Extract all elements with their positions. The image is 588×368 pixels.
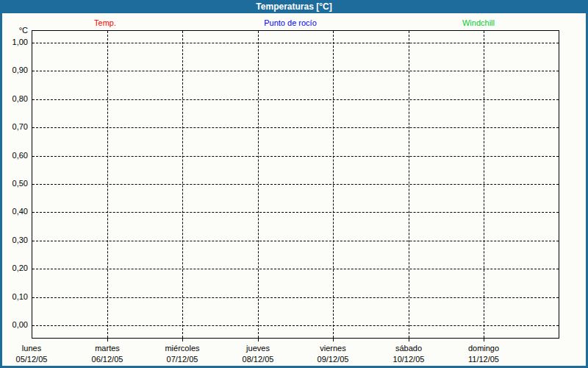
- x-day-label: martes06/12/05: [70, 343, 145, 365]
- gridline-horizontal: [32, 269, 559, 269]
- chart-title: Temperaturas [°C]: [256, 1, 331, 12]
- x-day-label: miércoles07/12/05: [145, 343, 220, 365]
- x-axis-tick: [484, 337, 484, 342]
- y-tick-label: 0,70: [0, 122, 28, 132]
- x-day-date: 08/12/05: [220, 354, 295, 365]
- x-axis-tick: [107, 337, 108, 342]
- x-day-label: domingo11/12/05: [446, 343, 521, 365]
- x-day-name: sábado: [371, 343, 446, 354]
- x-day-name: lunes: [0, 343, 69, 354]
- x-day-name: jueves: [220, 343, 295, 354]
- gridline-vertical: [107, 31, 108, 338]
- x-day-name: domingo: [446, 343, 521, 354]
- legend-item-temp: Temp.: [94, 18, 116, 27]
- y-axis-unit-label: °C: [0, 26, 28, 35]
- gridline-horizontal: [32, 184, 559, 185]
- gridline-horizontal: [32, 212, 559, 213]
- gridline-horizontal: [32, 43, 559, 43]
- y-tick-label: 0,90: [0, 66, 28, 75]
- temperature-chart-window: Temperaturas [°C] Temp. Punto de rocío W…: [0, 0, 588, 368]
- gridline-horizontal: [32, 127, 559, 128]
- x-day-date: 05/12/05: [0, 354, 69, 365]
- x-day-date: 07/12/05: [145, 354, 220, 365]
- y-tick-label: 0,20: [0, 263, 28, 273]
- chart-title-bar: Temperaturas [°C]: [0, 0, 588, 13]
- x-axis-tick: [409, 337, 409, 342]
- gridline-horizontal: [32, 71, 559, 71]
- x-day-label: viernes09/12/05: [295, 343, 370, 365]
- x-day-date: 06/12/05: [70, 354, 145, 365]
- x-day-name: miércoles: [145, 343, 220, 354]
- x-day-label: lunes05/12/05: [0, 343, 69, 365]
- y-tick-label: 0,10: [0, 292, 28, 302]
- legend-item-dew-point: Punto de rocío: [264, 18, 317, 27]
- x-day-date: 10/12/05: [371, 354, 446, 365]
- gridline-horizontal: [32, 241, 559, 241]
- x-day-label: sábado10/12/05: [371, 343, 446, 365]
- x-day-label: jueves08/12/05: [220, 343, 295, 365]
- y-tick-label: 0,40: [0, 207, 28, 216]
- x-axis-tick: [182, 337, 183, 342]
- gridline-horizontal: [32, 99, 559, 100]
- y-tick-label: 0,60: [0, 151, 28, 160]
- x-day-name: viernes: [295, 343, 370, 354]
- x-day-name: martes: [70, 343, 145, 354]
- gridline-vertical: [484, 31, 484, 338]
- y-tick-label: 0,00: [0, 320, 28, 330]
- x-axis-tick: [258, 337, 259, 342]
- gridline-vertical: [182, 31, 183, 338]
- y-tick-label: 0,50: [0, 179, 28, 188]
- y-tick-label: 1,00: [0, 38, 28, 47]
- x-day-date: 11/12/05: [446, 354, 521, 365]
- legend-item-windchill: Windchill: [462, 18, 495, 27]
- gridline-horizontal: [32, 297, 559, 298]
- y-tick-label: 0,30: [0, 236, 28, 245]
- gridline-horizontal: [32, 156, 559, 157]
- gridline-vertical: [409, 31, 409, 338]
- x-axis-tick: [333, 337, 334, 342]
- plot-area: [32, 30, 559, 339]
- gridline-horizontal: [32, 325, 559, 326]
- y-tick-label: 0,80: [0, 94, 28, 104]
- x-day-date: 09/12/05: [295, 354, 370, 365]
- gridline-vertical: [333, 31, 334, 338]
- gridline-vertical: [258, 31, 259, 338]
